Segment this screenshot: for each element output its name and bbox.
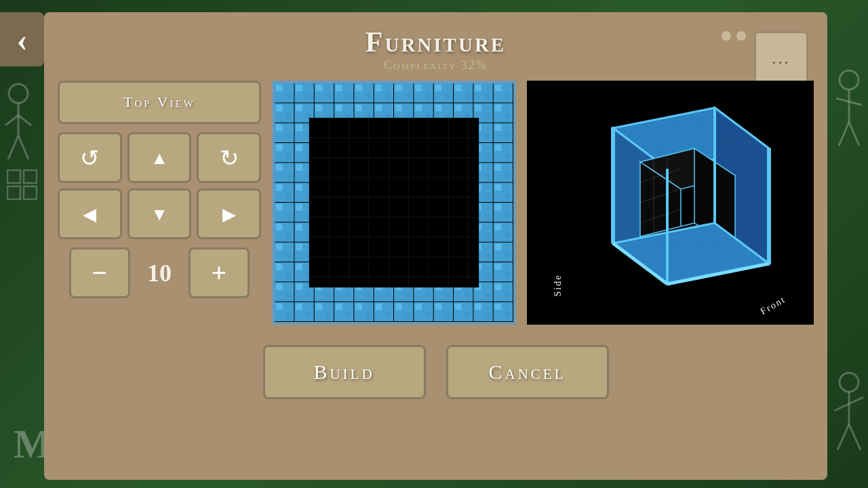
arrow-down-button[interactable] [127,188,192,239]
rotate-cw-button[interactable] [197,132,261,183]
arrow-right-icon [222,203,236,225]
top-view-canvas [272,81,516,325]
counter-display: 10 [136,259,183,287]
arrow-left-button[interactable] [58,188,122,239]
direction-grid [58,132,261,239]
cancel-button[interactable]: Cancel [446,345,609,399]
svg-line-14 [839,122,849,146]
arrow-up-button[interactable] [127,132,192,183]
complexity-label: Complexity 32% [58,58,814,73]
top-view-button[interactable]: Top View [58,81,261,124]
bg-stickman-left [0,81,37,172]
svg-line-3 [18,115,31,125]
dot-1 [722,31,731,41]
svg-line-18 [834,404,849,411]
svg-rect-8 [7,186,20,199]
arrow-left-icon [83,203,96,225]
svg-line-4 [8,136,18,159]
arrow-down-icon [151,203,168,225]
controls-panel: Top View [58,81,261,325]
svg-line-20 [837,424,849,450]
svg-point-10 [840,70,859,89]
build-button[interactable]: Build [263,345,426,399]
rotate-cw-icon [220,144,239,171]
bg-stickman-right [831,68,868,159]
dot-2 [736,31,746,41]
svg-line-2 [5,115,18,125]
plus-icon [212,257,227,289]
cube-3d-view [527,81,814,325]
arrow-right-button[interactable] [197,188,261,239]
svg-line-5 [18,136,28,159]
more-icon: ... [772,49,791,68]
content-area: Top View [58,81,814,325]
rotate-ccw-icon [80,144,99,171]
svg-rect-6 [7,170,20,183]
increment-button[interactable] [189,247,250,298]
top-view-svg [275,83,513,322]
svg-rect-26 [309,118,479,287]
svg-line-19 [849,397,863,404]
rotate-ccw-button[interactable] [58,132,122,183]
svg-line-13 [849,102,862,105]
svg-point-0 [9,84,28,103]
side-label: Side [553,274,564,297]
modal-title: Furniture [58,26,814,58]
decrement-button[interactable] [69,247,130,298]
cube-svg [559,87,783,318]
minus-icon [92,257,108,289]
3d-preview: Side Front [527,81,814,325]
counter-row: 10 [58,247,261,298]
svg-line-21 [849,424,861,450]
svg-point-16 [840,373,859,392]
modal-panel: Furniture Complexity 32% ... Top View [44,12,827,480]
bottom-buttons: Build Cancel [58,345,814,399]
modal-header: Furniture Complexity 32% [58,26,814,73]
more-options-button[interactable]: ... [754,31,808,85]
arrow-up-icon [151,147,168,169]
bg-stickman-br [831,370,868,461]
svg-line-12 [836,98,849,102]
back-button[interactable] [0,12,44,66]
svg-rect-9 [24,186,37,199]
svg-line-15 [849,122,859,146]
dots-indicator [722,31,746,41]
svg-rect-7 [24,170,37,183]
grid-icon [7,169,37,203]
